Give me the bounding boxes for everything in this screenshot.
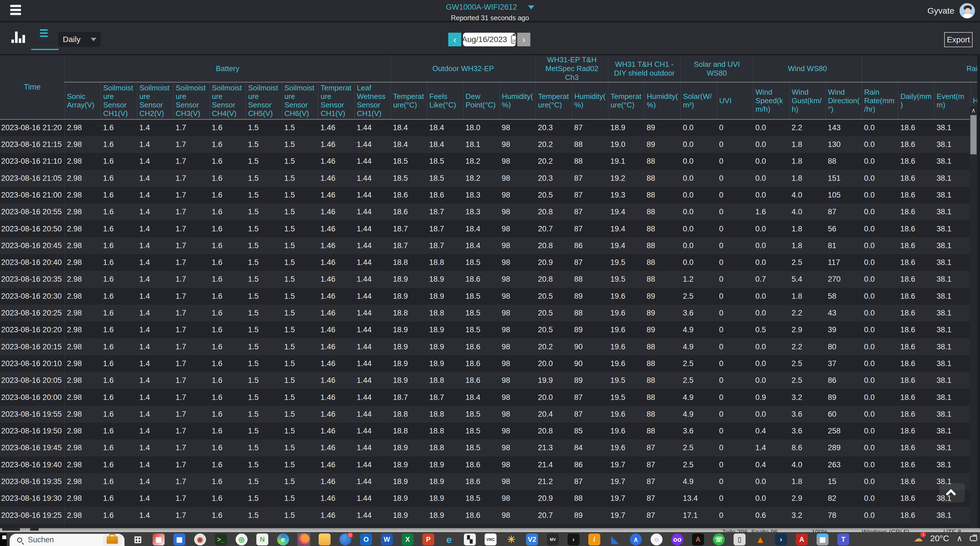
v2-app-icon[interactable]: V2 bbox=[525, 533, 539, 546]
interval-select[interactable]: Daily bbox=[58, 32, 101, 47]
image-viewer-icon[interactable]: ▚ bbox=[463, 533, 476, 546]
calculator-icon[interactable]: ▦ bbox=[816, 533, 829, 546]
outlook-icon[interactable]: O bbox=[360, 533, 372, 546]
data-cell: 1.4 bbox=[137, 204, 173, 220]
archive-app-icon[interactable]: ▯ bbox=[733, 533, 746, 546]
scroll-to-top-button[interactable] bbox=[939, 483, 965, 503]
scrollbar-thumb[interactable] bbox=[970, 115, 977, 154]
data-cell: 20.8 bbox=[536, 204, 572, 220]
data-cell: 38.1 bbox=[934, 507, 970, 524]
data-cell: 18.8 bbox=[391, 423, 427, 439]
tray-camera-icon[interactable] bbox=[970, 536, 977, 541]
data-cell: 1.6 bbox=[210, 389, 246, 406]
device-name[interactable]: GW1000A-WIFI2612 bbox=[446, 3, 517, 12]
excel-icon[interactable]: X bbox=[401, 533, 414, 546]
compass-icon[interactable]: ◉ bbox=[194, 533, 207, 546]
date-picker[interactable]: Aug/16/2023 16 bbox=[463, 33, 516, 46]
user-menu[interactable]: Gyvate bbox=[928, 3, 975, 19]
powerpoint-icon[interactable]: P bbox=[422, 533, 435, 546]
data-cell: 0.0 bbox=[862, 170, 898, 187]
search-highlight-app[interactable] bbox=[103, 534, 122, 546]
task-view-icon[interactable]: ⊞ bbox=[131, 533, 145, 546]
terminal-icon[interactable]: >_ bbox=[214, 533, 228, 546]
data-cell: 18.6 bbox=[463, 338, 500, 355]
data-cell: 1.5 bbox=[246, 355, 282, 372]
owl-app-icon[interactable]: oo bbox=[671, 533, 684, 546]
file-explorer-icon[interactable] bbox=[318, 533, 331, 546]
treesize-icon[interactable]: ▦ bbox=[152, 533, 165, 546]
column-header-humidity: Humidity(%) bbox=[644, 82, 681, 119]
data-cell: 20.8 bbox=[536, 237, 572, 254]
previous-day-button[interactable]: ‹ bbox=[448, 33, 461, 46]
word-icon[interactable]: W bbox=[380, 533, 393, 546]
data-cell: 2.98 bbox=[65, 305, 101, 322]
next-day-button[interactable]: › bbox=[517, 33, 530, 46]
data-cell: 1.5 bbox=[282, 237, 318, 254]
data-cell: 18.9 bbox=[391, 288, 427, 305]
weather-app-icon[interactable]: ☀ bbox=[505, 533, 518, 546]
data-cell: 38.1 bbox=[934, 170, 970, 187]
data-cell: 38.1 bbox=[934, 322, 970, 338]
data-cell: 89 bbox=[572, 372, 608, 389]
powerpoint-glyph: P bbox=[422, 533, 434, 546]
movie-maker-icon[interactable]: MV bbox=[546, 533, 559, 546]
vlc-icon[interactable]: ▲ bbox=[754, 533, 767, 546]
list-view-button[interactable] bbox=[40, 29, 48, 39]
internet-explorer-icon[interactable]: e bbox=[442, 533, 456, 546]
powershell-icon[interactable]: › bbox=[775, 533, 788, 546]
column-header-soilmoisture-sensor-ch2-v: Soilmoisture Sensor CH2(V) bbox=[137, 82, 173, 119]
notepad-plus-plus-icon[interactable]: N bbox=[256, 533, 269, 546]
tray-weather-icon[interactable]: ☁ 1 bbox=[913, 533, 923, 544]
data-cell: 0.6 bbox=[753, 507, 789, 524]
data-cell: 1.4 bbox=[137, 355, 173, 372]
data-cell: 0.0 bbox=[862, 524, 898, 528]
export-button[interactable]: Export bbox=[944, 32, 973, 47]
data-cell: 20.5 bbox=[536, 187, 572, 204]
wireshark-icon[interactable]: ◣ bbox=[609, 533, 622, 546]
data-cell: 0 bbox=[717, 220, 753, 237]
table-row: 2023-08-16 20:352.981.61.41.71.61.51.51.… bbox=[0, 271, 980, 288]
taskbar-search[interactable]: Suchen bbox=[10, 534, 124, 546]
thunderbird-icon[interactable]: 22 bbox=[339, 533, 352, 546]
device-dropdown-icon[interactable] bbox=[528, 5, 534, 10]
nordvpn-icon[interactable]: ∧ bbox=[629, 533, 642, 546]
data-cell: 89 bbox=[644, 305, 681, 322]
column-header-uvi: UVI bbox=[717, 82, 753, 119]
edge-icon[interactable]: e bbox=[277, 533, 290, 546]
signal-glyph: ○ bbox=[651, 533, 662, 546]
start-button[interactable] bbox=[0, 533, 7, 546]
data-cell: 98 bbox=[500, 423, 536, 439]
column-header-feels-like-c: Feels Like(°C) bbox=[427, 82, 463, 119]
data-cell: 1.44 bbox=[355, 187, 391, 204]
column-header-rain-rate-mm-hr: Rain Rate(mm/hr) bbox=[862, 82, 898, 119]
data-cell: 143 bbox=[826, 119, 862, 136]
whatsapp-icon[interactable]: ☏ bbox=[712, 533, 725, 546]
satellite-app-icon[interactable]: ◗ bbox=[567, 533, 580, 546]
notepad-plus-plus-glyph: N bbox=[256, 533, 268, 546]
signal-icon[interactable]: ○ bbox=[650, 533, 663, 546]
teams-icon[interactable]: T bbox=[837, 533, 850, 546]
vertical-scrollbar[interactable]: ∧ bbox=[970, 107, 977, 528]
data-cell: 18.9 bbox=[427, 473, 463, 490]
rainbow-a-app-icon[interactable]: A bbox=[692, 533, 705, 546]
firefox-icon[interactable] bbox=[297, 533, 310, 546]
tray-temperature[interactable]: 20°C bbox=[930, 533, 949, 543]
chart-view-button[interactable] bbox=[11, 30, 25, 43]
green-ring-app-icon[interactable]: ◎ bbox=[235, 533, 248, 546]
calendar-icon[interactable]: ▦ bbox=[173, 533, 186, 546]
data-cell: 1.5 bbox=[282, 423, 318, 439]
tray-chevron-up-icon[interactable]: ∧ bbox=[957, 534, 963, 543]
acrobat-icon[interactable]: A bbox=[795, 533, 808, 546]
data-cell: 2.98 bbox=[65, 136, 101, 153]
data-cell: 1.4 bbox=[137, 322, 173, 338]
hamburger-menu-icon[interactable] bbox=[10, 5, 22, 17]
data-cell: 2.98 bbox=[65, 389, 101, 406]
data-cell: 1.5 bbox=[282, 406, 318, 423]
scrollbar-up-icon[interactable]: ∧ bbox=[970, 107, 977, 115]
data-cell: 1.46 bbox=[318, 473, 355, 490]
orange-swoosh-app-icon[interactable]: / bbox=[588, 533, 601, 546]
vnc-viewer-icon[interactable]: VNC bbox=[484, 533, 497, 546]
user-avatar[interactable] bbox=[959, 3, 975, 19]
data-cell: 87 bbox=[572, 406, 608, 423]
data-cell: 1.6 bbox=[210, 473, 246, 490]
